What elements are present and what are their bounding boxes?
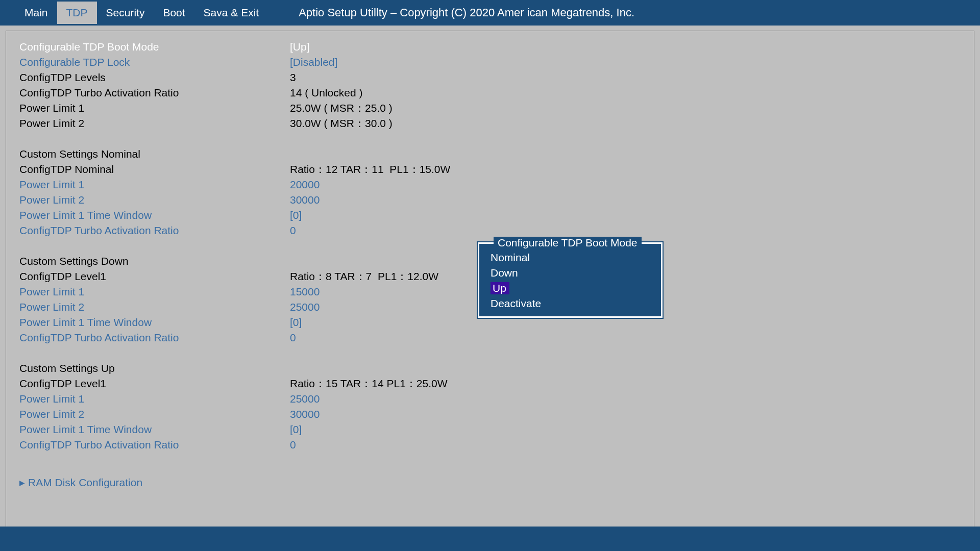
submenu-ram-disk[interactable]: ▸ RAM Disk Configuration xyxy=(19,475,961,490)
row-levels: ConfigTDP Levels 3 xyxy=(19,70,961,85)
label-tdp-lock: Configurable TDP Lock xyxy=(19,55,290,70)
row-up-tar[interactable]: ConfigTDP Turbo Activation Ratio 0 xyxy=(19,437,961,453)
label-dn-cfg: ConfigTDP Level1 xyxy=(19,269,290,284)
popup-option-up[interactable]: Up xyxy=(479,281,661,296)
value-up-pl1: 25000 xyxy=(290,391,961,407)
row-boot-mode[interactable]: Configurable TDP Boot Mode [Up] xyxy=(19,39,961,55)
row-up-pl2[interactable]: Power Limit 2 30000 xyxy=(19,407,961,422)
label-ram-disk: RAM Disk Configuration xyxy=(28,475,142,490)
label-boot-mode: Configurable TDP Boot Mode xyxy=(19,39,290,55)
popup-option-nominal[interactable]: Nominal xyxy=(479,250,661,265)
label-pl2: Power Limit 2 xyxy=(19,116,290,131)
header-bar: Main TDP Security Boot Sava & Exit Aptio… xyxy=(0,0,980,26)
row-nom-pl1[interactable]: Power Limit 1 20000 xyxy=(19,177,961,192)
row-nom-cfg: ConfigTDP Nominal Ratio：12 TAR：11 PL1：15… xyxy=(19,162,961,177)
row-tdp-lock[interactable]: Configurable TDP Lock [Disabled] xyxy=(19,55,961,70)
popup-option-down[interactable]: Down xyxy=(479,265,661,281)
header-nominal: Custom Settings Nominal xyxy=(19,146,290,162)
value-tdp-lock: [Disabled] xyxy=(290,55,961,70)
tab-tdp[interactable]: TDP xyxy=(57,2,97,24)
label-nom-pl2: Power Limit 2 xyxy=(19,192,290,208)
label-nom-cfg: ConfigTDP Nominal xyxy=(19,162,290,177)
tab-save-exit[interactable]: Sava & Exit xyxy=(194,2,268,24)
tab-bar: Main TDP Security Boot Sava & Exit xyxy=(15,2,268,24)
app-title: Aptio Setup Utillty – Copyright (C) 2020… xyxy=(299,6,634,19)
value-nom-pl2: 30000 xyxy=(290,192,961,208)
value-boot-mode: [Up] xyxy=(290,39,961,55)
footer-bar xyxy=(0,527,980,551)
value-up-cfg: Ratio：15 TAR：14 PL1：25.0W xyxy=(290,376,961,391)
row-dn-tar[interactable]: ConfigTDP Turbo Activation Ratio 0 xyxy=(19,330,961,345)
value-dn-tar: 0 xyxy=(290,330,961,345)
value-nom-pl1t: [0] xyxy=(290,208,961,223)
row-pl2: Power Limit 2 30.0W ( MSR：30.0 ) xyxy=(19,116,961,131)
value-nom-cfg: Ratio：12 TAR：11 PL1：15.0W xyxy=(290,162,961,177)
label-pl1: Power Limit 1 xyxy=(19,101,290,116)
value-up-tar: 0 xyxy=(290,437,961,453)
settings-panel: Configurable TDP Boot Mode [Up] Configur… xyxy=(6,31,974,531)
value-pl1: 25.0W ( MSR：25.0 ) xyxy=(290,101,961,116)
row-nom-pl1t[interactable]: Power Limit 1 Time Window [0] xyxy=(19,208,961,223)
label-dn-pl2: Power Limit 2 xyxy=(19,299,290,315)
value-levels: 3 xyxy=(290,70,961,85)
value-nom-tar: 0 xyxy=(290,223,961,238)
chevron-right-icon: ▸ xyxy=(19,475,25,490)
row-up-pl1t[interactable]: Power Limit 1 Time Window [0] xyxy=(19,422,961,437)
label-dn-pl1t: Power Limit 1 Time Window xyxy=(19,315,290,330)
popup-option-deactivate[interactable]: Deactivate xyxy=(479,296,661,311)
header-up: Custom Settings Up xyxy=(19,361,290,376)
row-pl1: Power Limit 1 25.0W ( MSR：25.0 ) xyxy=(19,101,961,116)
tab-security[interactable]: Security xyxy=(97,2,154,24)
row-up-pl1[interactable]: Power Limit 1 25000 xyxy=(19,391,961,407)
tab-boot[interactable]: Boot xyxy=(154,2,194,24)
popup-title: Configurable TDP Boot Mode xyxy=(494,237,642,249)
label-up-tar: ConfigTDP Turbo Activation Ratio xyxy=(19,437,290,453)
row-up-cfg: ConfigTDP Level1 Ratio：15 TAR：14 PL1：25.… xyxy=(19,376,961,391)
popup-boot-mode: Configurable TDP Boot Mode Nominal Down … xyxy=(476,240,665,320)
value-up-pl1t: [0] xyxy=(290,422,961,437)
label-up-pl2: Power Limit 2 xyxy=(19,407,290,422)
label-tar: ConfigTDP Turbo Activation Ratio xyxy=(19,85,290,101)
row-nom-pl2[interactable]: Power Limit 2 30000 xyxy=(19,192,961,208)
value-tar: 14 ( Unlocked ) xyxy=(290,85,961,101)
label-up-pl1: Power Limit 1 xyxy=(19,391,290,407)
tab-main[interactable]: Main xyxy=(15,2,57,24)
label-up-cfg: ConfigTDP Level1 xyxy=(19,376,290,391)
value-up-pl2: 30000 xyxy=(290,407,961,422)
header-down: Custom Settings Down xyxy=(19,254,290,269)
label-nom-pl1: Power Limit 1 xyxy=(19,177,290,192)
label-levels: ConfigTDP Levels xyxy=(19,70,290,85)
label-up-pl1t: Power Limit 1 Time Window xyxy=(19,422,290,437)
value-nom-pl1: 20000 xyxy=(290,177,961,192)
label-dn-pl1: Power Limit 1 xyxy=(19,284,290,299)
label-dn-tar: ConfigTDP Turbo Activation Ratio xyxy=(19,330,290,345)
row-tar: ConfigTDP Turbo Activation Ratio 14 ( Un… xyxy=(19,85,961,101)
value-pl2: 30.0W ( MSR：30.0 ) xyxy=(290,116,961,131)
label-nom-tar: ConfigTDP Turbo Activation Ratio xyxy=(19,223,290,238)
row-nom-tar[interactable]: ConfigTDP Turbo Activation Ratio 0 xyxy=(19,223,961,238)
label-nom-pl1t: Power Limit 1 Time Window xyxy=(19,208,290,223)
